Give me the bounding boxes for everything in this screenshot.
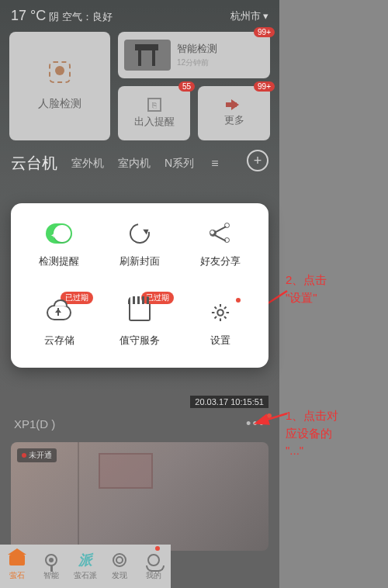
more-badge: 99+ xyxy=(254,81,275,92)
profile-icon xyxy=(147,554,160,566)
svg-line-2 xyxy=(265,413,287,420)
door-icon: ⎘ xyxy=(147,98,161,112)
gear-icon xyxy=(207,299,234,326)
hamburger-icon[interactable]: ≡ xyxy=(211,157,218,171)
target-icon xyxy=(113,553,126,567)
nav-pai[interactable]: 派萤石派 xyxy=(68,545,102,588)
nav-smart[interactable]: 智能 xyxy=(34,545,68,588)
bottom-nav: 萤石 智能 派萤石派 发现 我的 xyxy=(0,545,171,588)
popup-duty[interactable]: 已过期 值守服务 xyxy=(99,299,180,348)
house-icon xyxy=(9,555,25,566)
door-label: 出入提醒 xyxy=(134,115,175,129)
nav-discover[interactable]: 发现 xyxy=(102,545,137,588)
camera-icon xyxy=(45,554,57,566)
cloud-icon xyxy=(47,305,71,320)
add-device-button[interactable]: + xyxy=(247,150,268,171)
popup-duty-label: 值守服务 xyxy=(120,334,160,348)
smart-badge: 99+ xyxy=(254,27,275,37)
device-timestamp: 20.03.17 10:15:51 xyxy=(190,396,268,408)
tab-indoor[interactable]: 室内机 xyxy=(118,157,151,171)
svg-point-0 xyxy=(217,310,223,315)
temperature: 17 °C xyxy=(11,8,46,24)
nav-mine-label: 我的 xyxy=(146,570,161,581)
app-screen: 17 °C 阴 空气：良好 杭州市 ▾ 人脸检测 智能检测 12分钟前 99+ xyxy=(0,0,279,588)
door-card[interactable]: ⎘ 出入提醒 55 xyxy=(118,86,190,140)
city-selector[interactable]: 杭州市 ▾ xyxy=(230,9,268,23)
smart-detect-card[interactable]: 智能检测 12分钟前 99+ xyxy=(118,32,270,78)
feed-status-text: 未开通 xyxy=(29,450,52,461)
popup-settings-label: 设置 xyxy=(210,334,230,348)
feed-status-pill: 未开通 xyxy=(17,448,57,462)
tab-ptz[interactable]: 云台机 xyxy=(11,153,57,174)
pai-icon: 派 xyxy=(77,552,94,569)
nav-discover-label: 发现 xyxy=(112,570,127,581)
nav-pai-label: 萤石派 xyxy=(74,570,97,581)
annotation-1: 1、点击对 应设备的 "..." xyxy=(286,407,383,460)
city-name: 杭州市 xyxy=(230,9,261,23)
smart-title: 智能检测 xyxy=(177,42,217,56)
nav-home[interactable]: 萤石 xyxy=(0,545,34,588)
face-label: 人脸检测 xyxy=(38,97,81,111)
popup-detect-toggle[interactable]: 检测提醒 xyxy=(19,220,99,268)
category-tabs: 云台机 室外机 室内机 N系列 ≡ + xyxy=(0,140,279,180)
mine-reddot xyxy=(155,546,160,551)
refresh-icon xyxy=(126,220,154,247)
weather-text: 阴 空气：良好 xyxy=(49,10,113,24)
share-icon xyxy=(210,223,231,244)
door-badge: 55 xyxy=(178,81,195,92)
chevron-down-icon: ▾ xyxy=(263,10,268,22)
toggle-on-icon xyxy=(46,223,72,244)
annotation-2: 2、点击 "设置" xyxy=(286,272,379,306)
device-name[interactable]: XP1(D ) xyxy=(14,417,55,431)
device-actions-popup: 检测提醒 刷新封面 好友分享 已过期 云存储 已过期 值守服务 xyxy=(11,203,268,368)
tab-outdoor[interactable]: 室外机 xyxy=(71,157,104,171)
more-card[interactable]: 更多 99+ xyxy=(198,86,270,140)
popup-detect-label: 检测提醒 xyxy=(39,254,79,268)
popup-refresh-label: 刷新封面 xyxy=(120,254,160,268)
smart-thumb xyxy=(124,40,171,71)
tab-nseries[interactable]: N系列 xyxy=(165,157,194,171)
nav-smart-label: 智能 xyxy=(43,570,59,581)
shop-icon xyxy=(129,304,151,321)
nav-mine[interactable]: 我的 xyxy=(137,545,171,588)
header: 17 °C 阴 空气：良好 杭州市 ▾ xyxy=(0,0,279,32)
smart-time: 12分钟前 xyxy=(177,57,217,68)
settings-reddot xyxy=(236,298,241,303)
face-icon xyxy=(49,61,71,83)
arrow-1 xyxy=(260,410,291,436)
popup-share[interactable]: 好友分享 xyxy=(180,220,261,268)
more-label: 更多 xyxy=(224,113,244,127)
device-section: 20.03.17 10:15:51 XP1(D ) ••• xyxy=(11,396,268,437)
feature-cards: 人脸检测 智能检测 12分钟前 99+ ⎘ 出入提醒 55 更多 xyxy=(0,32,279,140)
more-icon xyxy=(226,99,243,110)
popup-share-label: 好友分享 xyxy=(200,254,241,268)
face-detect-card[interactable]: 人脸检测 xyxy=(9,32,110,140)
popup-cloud[interactable]: 已过期 云存储 xyxy=(19,299,99,348)
camera-feed[interactable]: 未开通 xyxy=(11,442,268,551)
popup-settings[interactable]: 设置 xyxy=(180,299,261,348)
nav-home-label: 萤石 xyxy=(9,570,25,581)
popup-refresh[interactable]: 刷新封面 xyxy=(99,220,180,268)
popup-cloud-label: 云存储 xyxy=(44,334,74,348)
